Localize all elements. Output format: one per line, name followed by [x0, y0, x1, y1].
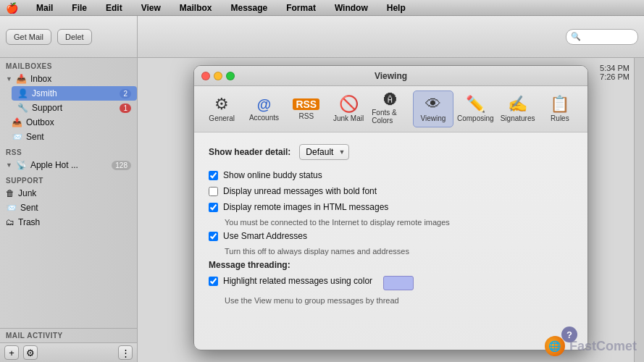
sent-label: Sent	[26, 132, 44, 142]
tb-viewing[interactable]: 👁 Viewing	[413, 90, 454, 127]
add-button[interactable]: +	[4, 345, 19, 360]
tb-signatures[interactable]: ✍️ Signatures	[497, 90, 538, 127]
thread-color-swatch[interactable]	[383, 276, 414, 290]
sent2-label: Sent	[20, 203, 38, 213]
checkbox-buddy-status-label: Show online buddy status	[223, 170, 322, 180]
tb-rss[interactable]: RSS RSS	[286, 90, 327, 127]
sidebar-item-sent[interactable]: 📨 Sent	[6, 130, 137, 144]
watermark-text: FastComet	[569, 339, 637, 354]
header-detail-select-wrapper: Default	[299, 144, 349, 160]
viewing-icon: 👁	[425, 96, 441, 112]
dialog-titlebar: Viewing	[194, 66, 587, 86]
menu-mail[interactable]: Mail	[33, 1, 57, 14]
jsmith-label: Jsmith	[32, 88, 57, 98]
checkbox-remote-images-input[interactable]	[209, 203, 218, 212]
menu-file[interactable]: File	[68, 1, 91, 14]
inbox-triangle: ▼	[6, 75, 12, 83]
fonts-label: Fonts & Colors	[372, 109, 409, 125]
checkbox-buddy-status-input[interactable]	[209, 171, 218, 180]
checkbox-remote-images-label: Display remote images in HTML messages	[223, 202, 388, 212]
menu-mailbox[interactable]: Mailbox	[176, 1, 216, 14]
menu-bar: 🍎 Mail File Edit View Mailbox Message Fo…	[0, 0, 644, 16]
sidebar-item-jsmith[interactable]: 👤 Jsmith 2	[12, 86, 137, 101]
app-window: Get Mail Delet MAILBOXES ▼ 📥 Inbox 👤 Jsm…	[0, 16, 644, 362]
menu-window[interactable]: Window	[331, 1, 372, 14]
trash-label: Trash	[18, 217, 40, 227]
mailboxes-header: MAILBOXES	[0, 58, 137, 72]
junk-label: Junk Mail	[333, 114, 364, 122]
checkbox-highlight-thread: Highlight related messages using color	[209, 276, 573, 290]
rss-icon: 📡	[16, 160, 27, 170]
rules-icon: 📋	[550, 96, 569, 112]
header-detail-select[interactable]: Default	[299, 144, 349, 160]
edit-button[interactable]: ⚙	[23, 345, 38, 360]
maximize-button[interactable]	[226, 72, 235, 80]
sidebar-item-outbox[interactable]: 📤 Outbox	[6, 115, 137, 130]
tb-junk[interactable]: 🚫 Junk Mail	[328, 90, 369, 127]
viewing-dialog: Viewing ⚙ General @ Accounts RS	[193, 65, 588, 350]
tb-accounts[interactable]: @ Accounts	[243, 90, 284, 127]
delete-button[interactable]: Delet	[57, 29, 92, 45]
checkbox-smart-addresses-input[interactable]	[209, 232, 218, 241]
rules-label: Rules	[551, 114, 569, 122]
minimize-button[interactable]	[214, 72, 222, 80]
rss-label: RSS	[299, 112, 314, 120]
checkbox-buddy-status: Show online buddy status	[209, 170, 573, 180]
rss-triangle: ▼	[6, 161, 12, 169]
outbox-label: Outbox	[26, 117, 54, 127]
menu-help[interactable]: Help	[383, 1, 409, 14]
sidebar-toolbar: Get Mail Delet	[0, 16, 137, 58]
junk-tb-icon: 🚫	[339, 96, 359, 112]
dialog-content: Show header detail: Default Show online …	[194, 132, 587, 321]
traffic-lights	[201, 72, 235, 80]
sidebar-item-apple-hot[interactable]: ▼ 📡 Apple Hot ... 128	[0, 158, 137, 172]
composing-icon: ✏️	[466, 96, 485, 112]
support-header: SUPPORT	[0, 172, 137, 186]
watermark: 🌐 FastComet	[545, 336, 637, 356]
tb-composing[interactable]: ✏️ Composing	[455, 90, 495, 127]
checkbox-highlight-thread-label: Highlight related messages using color	[223, 276, 372, 286]
content-toolbar: 🔍	[138, 16, 644, 58]
support-label: Support	[32, 103, 62, 113]
checkbox-highlight-thread-input[interactable]	[209, 277, 218, 286]
jsmith-icon: 👤	[17, 88, 28, 98]
trash-icon: 🗂	[6, 217, 14, 227]
close-button[interactable]	[201, 72, 210, 80]
sidebar-item-trash[interactable]: 🗂 Trash	[0, 215, 137, 230]
get-mail-button[interactable]: Get Mail	[6, 29, 51, 45]
sent2-icon: 📨	[6, 203, 17, 213]
composing-label: Composing	[457, 114, 494, 122]
checkbox-bold-font: Display unread messages with bold font	[209, 186, 573, 196]
checkbox-bold-font-input[interactable]	[209, 187, 218, 196]
accounts-label: Accounts	[249, 114, 279, 122]
sidebar-bottom-bar: + ⚙ ⋮	[0, 342, 137, 362]
sidebar-item-support[interactable]: 🔧 Support 1	[12, 101, 137, 115]
fonts-icon: 🅐	[384, 93, 397, 106]
apple-hot-label: Apple Hot ...	[30, 160, 78, 170]
resize-button[interactable]: ⋮	[118, 345, 133, 360]
checkbox-bold-font-label: Display unread messages with bold font	[223, 186, 377, 196]
sidebar: Get Mail Delet MAILBOXES ▼ 📥 Inbox 👤 Jsm…	[0, 16, 138, 362]
checkbox-highlight-thread-sub: Use the View menu to group messages by t…	[225, 296, 573, 305]
content-area: 🔍 5:34 PM 7:26 PM	[138, 16, 644, 362]
show-header-row: Show header detail: Default	[209, 144, 573, 160]
apple-hot-badge: 128	[112, 161, 131, 170]
menu-view[interactable]: View	[138, 1, 164, 14]
sidebar-item-sent2[interactable]: 📨 Sent	[0, 201, 137, 215]
general-icon: ⚙	[214, 96, 229, 112]
junk-label: Junk	[18, 188, 36, 198]
apple-menu[interactable]: 🍎	[6, 2, 18, 14]
outbox-icon: 📤	[12, 117, 22, 127]
signatures-icon: ✍️	[508, 96, 527, 112]
menu-format[interactable]: Format	[283, 1, 319, 14]
checkbox-remote-images: Display remote images in HTML messages	[209, 202, 573, 212]
tb-general[interactable]: ⚙ General	[201, 90, 242, 127]
sidebar-item-inbox[interactable]: ▼ 📥 Inbox	[0, 72, 137, 86]
tb-rules[interactable]: 📋 Rules	[540, 90, 580, 127]
sidebar-item-junk[interactable]: 🗑 Junk	[0, 186, 137, 201]
menu-message[interactable]: Message	[227, 1, 272, 14]
menu-edit[interactable]: Edit	[102, 1, 126, 14]
general-label: General	[209, 114, 235, 122]
rss-header: RSS	[0, 144, 137, 158]
tb-fonts[interactable]: 🅐 Fonts & Colors	[370, 90, 411, 127]
